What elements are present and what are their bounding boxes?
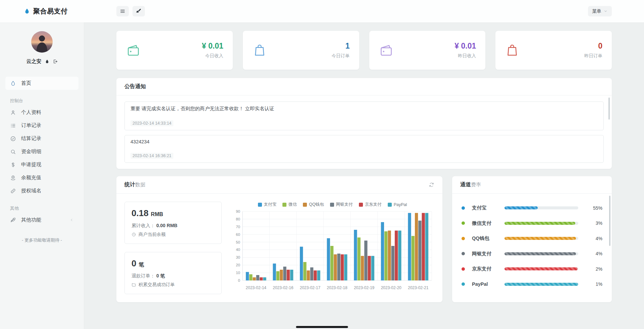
user-icon: [10, 110, 16, 116]
svg-text:80: 80: [236, 217, 240, 221]
refresh-icon[interactable]: [429, 182, 434, 188]
channel-rate-row: 支付宝55%: [462, 200, 602, 216]
svg-text:40: 40: [236, 248, 240, 252]
svg-text:70: 70: [236, 225, 240, 229]
chart-legend: 支付宝微信QQ钱包网银支付京东支付PayPal: [230, 202, 434, 207]
sidebar-item[interactable]: 结算记录: [5, 132, 78, 145]
sidebar-item[interactable]: 个人资料: [5, 106, 78, 119]
sidebar-item-label: 首页: [21, 80, 31, 86]
folder-icon: [131, 282, 136, 287]
chevron-down-icon: [603, 9, 608, 13]
sidebar-item-home[interactable]: 首页: [5, 77, 78, 90]
link-icon: [10, 188, 16, 194]
announcement-item: 43242342023-02-14 16:36:21: [124, 135, 604, 163]
sidebar-item[interactable]: 资金明细: [5, 145, 78, 158]
bag-icon: [252, 43, 267, 58]
svg-text:60: 60: [236, 233, 240, 237]
check-circle-icon: [10, 136, 16, 142]
summary-caption-text: 商户当前余额: [139, 232, 166, 238]
username: 云之安: [26, 58, 42, 65]
announcements-panel: 公告通知 重要 请完成实名认证，否则您的商户无法正常收款！ 立即实名认证2023…: [116, 78, 612, 169]
summary-card: 0.18 RMB累计收入： 0.00 RMB商户当前余额: [124, 202, 222, 244]
channel-dot: [462, 221, 465, 225]
sidebar-item[interactable]: 余额充值: [5, 171, 78, 184]
menu-dropdown-button[interactable]: 菜单: [588, 6, 612, 16]
chart-area: 支付宝微信QQ钱包网银支付京东支付PayPal 0102030405060708…: [230, 202, 434, 294]
channel-progress-bar: [504, 237, 578, 240]
stat-label: 昨日收入: [454, 53, 476, 59]
channel-name: QQ钱包: [472, 235, 504, 242]
channel-rate-value: 1%: [587, 281, 602, 287]
svg-text:0: 0: [238, 278, 240, 282]
svg-text:30: 30: [236, 255, 240, 259]
channel-progress-bar: [504, 222, 578, 225]
stat-card: 1今日订单: [243, 31, 359, 70]
brush-icon: [136, 8, 142, 14]
svg-text:2023-02-16: 2023-02-16: [273, 285, 293, 290]
announcement-item: 重要 请完成实名认证，否则您的商户无法正常收款！ 立即实名认证2023-02-1…: [124, 102, 604, 130]
svg-text:2023-02-19: 2023-02-19: [354, 285, 375, 290]
channel-progress-fill: [504, 237, 576, 240]
stat-label: 昨日订单: [584, 53, 602, 59]
channel-dot: [462, 282, 465, 286]
sidebar-item[interactable]: 申请提现: [5, 158, 78, 171]
sidebar-item-label: 余额充值: [21, 175, 41, 181]
sidebar: 云之安 首页 控制台个人资料订单记录结算记录资金明细申请提现余额充值授权域名其他…: [0, 22, 84, 329]
channel-rate-value: 3%: [587, 220, 602, 226]
theme-brush-button[interactable]: [132, 6, 145, 16]
svg-text:50: 50: [236, 240, 240, 244]
legend-item[interactable]: 微信: [282, 202, 297, 207]
channel-progress-fill: [504, 267, 578, 270]
channel-name: 网银支付: [472, 251, 504, 257]
sidebar-item[interactable]: 订单记录: [5, 119, 78, 132]
droplet-home-icon: [10, 80, 16, 86]
legend-label: QQ钱包: [309, 202, 324, 207]
legend-item[interactable]: PayPal: [388, 202, 407, 207]
summary-caption-text: 积累交易成功订单: [139, 282, 175, 288]
menu-dropdown-label: 菜单: [592, 8, 601, 14]
summary-unit: 笔: [139, 262, 144, 267]
coin-icon: [10, 175, 16, 181]
logout-icon[interactable]: [53, 59, 58, 64]
app-logo[interactable]: 聚合易支付: [0, 7, 84, 16]
announcement-text: 重要 请完成实名认证，否则您的商户无法正常收款！ 立即实名认证: [130, 106, 598, 112]
legend-item[interactable]: 京东支付: [359, 202, 382, 207]
stat-label: 今日收入: [202, 53, 223, 59]
summary-value: 0.18 RMB: [131, 208, 215, 218]
statistics-title: 统计数据: [124, 181, 145, 188]
legend-swatch: [388, 203, 392, 207]
channel-progress-bar: [504, 252, 578, 255]
svg-text:2023-02-21: 2023-02-21: [408, 285, 429, 290]
avatar: [31, 31, 53, 53]
channel-rates-scrollbar[interactable]: [609, 196, 610, 246]
legend-item[interactable]: 网银支付: [330, 202, 353, 207]
legend-item[interactable]: 支付宝: [258, 202, 277, 207]
droplet-logo-icon: [23, 8, 31, 15]
stat-card: ¥ 0.01今日收入: [116, 31, 233, 70]
svg-text:2023-02-20: 2023-02-20: [381, 285, 401, 290]
horizontal-scrollbar-thumb[interactable]: [296, 326, 348, 328]
channel-rate-value: 2%: [587, 266, 602, 272]
stat-value: ¥ 0.01: [202, 42, 223, 51]
channel-dot: [462, 237, 465, 240]
stat-value: ¥ 0.01: [454, 42, 476, 51]
channel-progress-fill: [504, 283, 578, 286]
channel-progress-bar: [504, 283, 578, 286]
sidebar-toggle-button[interactable]: [116, 6, 129, 16]
channel-dot: [462, 206, 465, 210]
wallet-icon: [379, 43, 393, 58]
sidebar-item-label: 资金明细: [21, 148, 41, 155]
stats-row: 统计数据 0.18 RMB累计收入： 0.00 RMB商户当前余额0 笔退款订单…: [116, 176, 612, 302]
summary-cards: 0.18 RMB累计收入： 0.00 RMB商户当前余额0 笔退款订单： 0 笔…: [124, 202, 222, 294]
chevron-left-icon: [69, 218, 74, 222]
announcement-text: 4324234: [130, 139, 598, 144]
legend-item[interactable]: QQ钱包: [303, 202, 324, 207]
sidebar-item[interactable]: 授权域名: [5, 184, 78, 197]
sidebar-item[interactable]: 其他功能: [5, 213, 78, 226]
channel-name: 京东支付: [472, 266, 504, 272]
stat-card: 0昨日订单: [495, 31, 612, 70]
legend-swatch: [359, 203, 363, 207]
announcement-action-link[interactable]: 立即实名认证: [245, 106, 274, 111]
announcements-body: 重要 请完成实名认证，否则您的商户无法正常收款！ 立即实名认证2023-02-1…: [116, 95, 612, 169]
announcements-scrollbar[interactable]: [608, 97, 610, 120]
